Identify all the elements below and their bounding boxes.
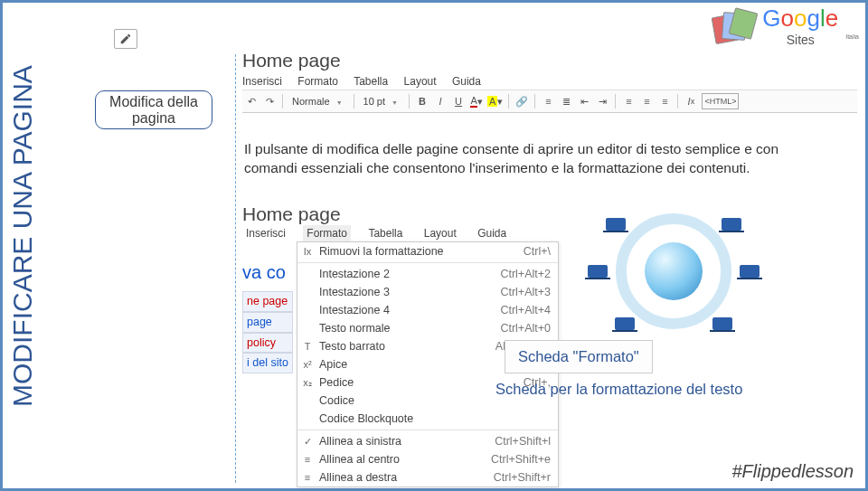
menu-inserisci[interactable]: Inserisci bbox=[242, 75, 282, 88]
outdent-button[interactable]: ⇤ bbox=[577, 93, 591, 109]
text-color-button[interactable]: A▾ bbox=[469, 93, 484, 109]
description-text: Il pulsante di modifica delle pagine con… bbox=[244, 140, 805, 178]
bold-button[interactable]: B bbox=[415, 93, 429, 109]
hashtag-text: #Flippedlesson bbox=[731, 461, 854, 482]
partial-heading: va co bbox=[242, 259, 293, 286]
nav-link-4[interactable]: i del sito bbox=[247, 356, 288, 369]
italic-button[interactable]: I bbox=[433, 93, 448, 109]
bg-color-button[interactable]: A▾ bbox=[487, 93, 503, 109]
edit-button[interactable] bbox=[114, 29, 137, 49]
clear-format-button[interactable]: Ix bbox=[684, 93, 698, 109]
numbered-list-button[interactable]: ≡ bbox=[541, 93, 555, 109]
format-menu-item[interactable]: ≡Allinea a destraCtrl+Shift+r bbox=[297, 468, 558, 486]
align-right-button[interactable]: ≡ bbox=[657, 93, 672, 109]
format-menu-item[interactable]: Intestazione 2Ctrl+Alt+2 bbox=[297, 265, 558, 283]
nav-link-3[interactable]: policy bbox=[247, 336, 276, 349]
format-menu-item[interactable]: ≡Allinea al centroCtrl+Shift+e bbox=[297, 450, 558, 468]
redo-button[interactable]: ↷ bbox=[262, 93, 277, 109]
nav-link-1[interactable]: ne page bbox=[247, 295, 288, 307]
menu-bar: Inserisci Formato Tabella Layout Guida bbox=[242, 75, 857, 88]
page-title-2: Home page bbox=[242, 203, 604, 225]
pencil-icon bbox=[119, 33, 132, 45]
style-dropdown[interactable]: Normale bbox=[288, 96, 348, 107]
network-illustration bbox=[588, 212, 760, 330]
format-menu-item[interactable]: Testo normaleCtrl+Alt+0 bbox=[297, 319, 558, 337]
undo-button[interactable]: ↶ bbox=[244, 93, 259, 109]
scheda-formato-callout: Scheda "Formato" bbox=[505, 340, 653, 373]
menu-tabella-2[interactable]: Tabella bbox=[364, 225, 406, 241]
partial-sidebar: va co ne page page policy i del sito bbox=[242, 259, 293, 373]
toolbar: ↶ ↷ Normale 10 pt B I U A▾ A▾ 🔗 ≡ ≣ ⇤ ⇥ … bbox=[242, 90, 857, 113]
section-title: MODIFICARE UNA PAGINA bbox=[7, 63, 38, 407]
format-menu-item[interactable]: Intestazione 3Ctrl+Alt+3 bbox=[297, 283, 558, 301]
underline-button[interactable]: U bbox=[451, 93, 466, 109]
editor-toolbar-screenshot: Home page Inserisci Formato Tabella Layo… bbox=[242, 50, 857, 113]
indent-button[interactable]: ⇥ bbox=[595, 93, 609, 109]
menu-guida-2[interactable]: Guida bbox=[474, 225, 510, 241]
google-logo: Google bbox=[762, 5, 838, 33]
size-dropdown[interactable]: 10 pt bbox=[360, 96, 403, 107]
link-button[interactable]: 🔗 bbox=[514, 93, 529, 109]
scheda-description: Scheda per la formattazione del testo bbox=[495, 381, 742, 398]
format-menu-item[interactable]: ✓Allinea a sinistraCtrl+Shift+l bbox=[297, 432, 558, 450]
format-menu-item[interactable]: IxRimuovi la formattazioneCtrl+\ bbox=[297, 242, 558, 260]
menu-inserisci-2[interactable]: Inserisci bbox=[242, 225, 289, 241]
align-center-button[interactable]: ≡ bbox=[639, 93, 654, 109]
bullet-list-button[interactable]: ≣ bbox=[559, 93, 573, 109]
italia-label: Italia bbox=[845, 33, 859, 40]
format-menu-item[interactable]: Intestazione 4Ctrl+Alt+4 bbox=[297, 301, 558, 319]
page-title: Home page bbox=[242, 50, 857, 71]
menu-formato[interactable]: Formato bbox=[297, 75, 338, 88]
callout-label: Modifica della pagina bbox=[95, 90, 212, 129]
menu-bar-2: Inserisci Formato Tabella Layout Guida bbox=[242, 227, 604, 240]
menu-formato-2[interactable]: Formato bbox=[303, 225, 351, 241]
connector-line bbox=[235, 54, 236, 483]
menu-guida[interactable]: Guida bbox=[452, 75, 481, 88]
menu-layout[interactable]: Layout bbox=[404, 75, 437, 88]
nav-link-2[interactable]: page bbox=[247, 316, 272, 328]
align-left-button[interactable]: ≡ bbox=[621, 93, 636, 109]
sites-sheets-icon bbox=[713, 10, 755, 42]
logo-area: Google Sites Italia bbox=[713, 5, 859, 47]
menu-tabella[interactable]: Tabella bbox=[354, 75, 388, 88]
format-menu-item[interactable]: Codice Blockquote bbox=[297, 410, 558, 428]
sites-label: Sites bbox=[762, 33, 838, 47]
html-button[interactable]: <HTML> bbox=[702, 93, 739, 109]
menu-layout-2[interactable]: Layout bbox=[420, 225, 460, 241]
